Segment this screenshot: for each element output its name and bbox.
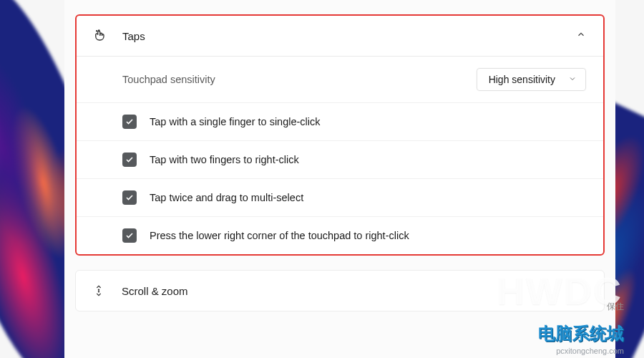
- touchpad-sensitivity-label: Touchpad sensitivity: [122, 74, 215, 85]
- svg-point-0: [99, 30, 99, 31]
- press-lower-right-label: Press the lower right corner of the touc…: [150, 230, 409, 241]
- taps-section: Taps Touchpad sensitivity High sensitivi…: [75, 14, 605, 256]
- svg-point-3: [98, 291, 99, 292]
- scroll-zoom-icon: [92, 284, 106, 298]
- tap-single-finger-label: Tap with a single finger to single-click: [150, 116, 321, 127]
- press-lower-right-row: Press the lower right corner of the touc…: [77, 217, 603, 254]
- tap-single-finger-row: Tap with a single finger to single-click: [77, 103, 603, 141]
- scroll-zoom-title: Scroll & zoom: [122, 285, 587, 297]
- settings-panel: Taps Touchpad sensitivity High sensitivi…: [64, 0, 615, 358]
- taps-title: Taps: [122, 30, 576, 42]
- svg-point-2: [98, 289, 99, 290]
- tap-two-fingers-checkbox[interactable]: [122, 153, 137, 167]
- touchpad-sensitivity-dropdown[interactable]: High sensitivity: [477, 68, 586, 91]
- tap-twice-drag-checkbox[interactable]: [122, 190, 137, 205]
- tap-twice-drag-row: Tap twice and drag to multi-select: [77, 179, 603, 217]
- press-lower-right-checkbox[interactable]: [122, 228, 137, 243]
- tap-two-fingers-label: Tap with two fingers to right-click: [150, 154, 299, 165]
- tap-two-fingers-row: Tap with two fingers to right-click: [77, 141, 603, 179]
- tap-twice-drag-label: Tap twice and drag to multi-select: [150, 192, 303, 203]
- taps-section-header[interactable]: Taps: [77, 16, 603, 57]
- svg-point-1: [97, 31, 97, 32]
- tap-single-finger-checkbox[interactable]: [122, 115, 137, 129]
- tap-icon: [92, 29, 107, 43]
- scroll-zoom-section: Scroll & zoom: [75, 270, 605, 311]
- scroll-zoom-header[interactable]: Scroll & zoom: [76, 271, 604, 311]
- chevron-down-icon: [568, 74, 577, 85]
- chevron-up-icon: [576, 29, 586, 42]
- touchpad-sensitivity-row: Touchpad sensitivity High sensitivity: [77, 57, 603, 103]
- touchpad-sensitivity-value: High sensitivity: [489, 74, 555, 85]
